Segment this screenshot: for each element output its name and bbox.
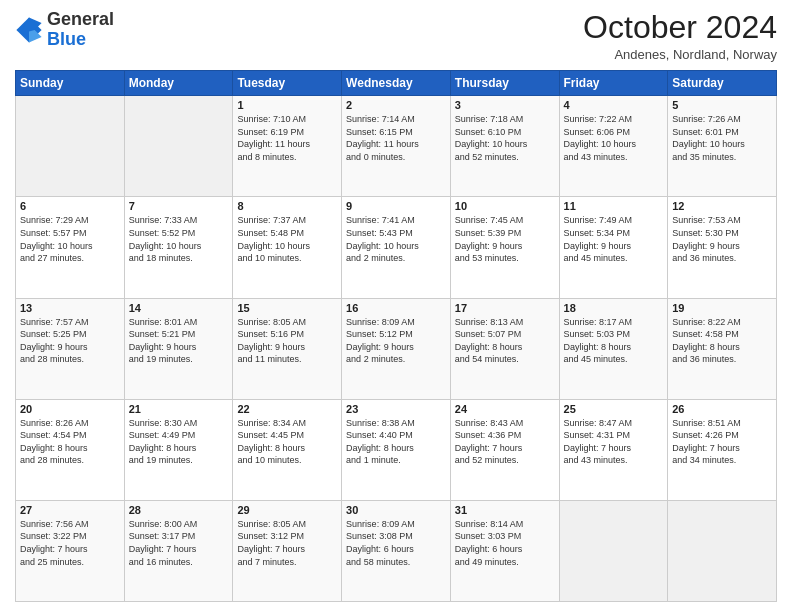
day-number: 26 — [672, 403, 772, 415]
calendar-cell: 13Sunrise: 7:57 AM Sunset: 5:25 PM Dayli… — [16, 298, 125, 399]
calendar-cell: 7Sunrise: 7:33 AM Sunset: 5:52 PM Daylig… — [124, 197, 233, 298]
calendar-week-3: 20Sunrise: 8:26 AM Sunset: 4:54 PM Dayli… — [16, 399, 777, 500]
calendar-cell: 30Sunrise: 8:09 AM Sunset: 3:08 PM Dayli… — [342, 500, 451, 601]
day-number: 3 — [455, 99, 555, 111]
day-number: 9 — [346, 200, 446, 212]
day-info: Sunrise: 8:05 AM Sunset: 5:16 PM Dayligh… — [237, 316, 337, 366]
calendar-cell: 4Sunrise: 7:22 AM Sunset: 6:06 PM Daylig… — [559, 96, 668, 197]
day-info: Sunrise: 7:57 AM Sunset: 5:25 PM Dayligh… — [20, 316, 120, 366]
calendar-cell: 28Sunrise: 8:00 AM Sunset: 3:17 PM Dayli… — [124, 500, 233, 601]
calendar-cell: 11Sunrise: 7:49 AM Sunset: 5:34 PM Dayli… — [559, 197, 668, 298]
calendar-cell: 25Sunrise: 8:47 AM Sunset: 4:31 PM Dayli… — [559, 399, 668, 500]
header-wednesday: Wednesday — [342, 71, 451, 96]
day-number: 2 — [346, 99, 446, 111]
calendar-cell: 5Sunrise: 7:26 AM Sunset: 6:01 PM Daylig… — [668, 96, 777, 197]
day-info: Sunrise: 8:14 AM Sunset: 3:03 PM Dayligh… — [455, 518, 555, 568]
header-friday: Friday — [559, 71, 668, 96]
month-title: October 2024 — [583, 10, 777, 45]
calendar-cell: 12Sunrise: 7:53 AM Sunset: 5:30 PM Dayli… — [668, 197, 777, 298]
calendar-cell: 10Sunrise: 7:45 AM Sunset: 5:39 PM Dayli… — [450, 197, 559, 298]
calendar-week-1: 6Sunrise: 7:29 AM Sunset: 5:57 PM Daylig… — [16, 197, 777, 298]
day-info: Sunrise: 7:41 AM Sunset: 5:43 PM Dayligh… — [346, 214, 446, 264]
day-number: 23 — [346, 403, 446, 415]
day-number: 19 — [672, 302, 772, 314]
day-info: Sunrise: 7:14 AM Sunset: 6:15 PM Dayligh… — [346, 113, 446, 163]
day-info: Sunrise: 7:18 AM Sunset: 6:10 PM Dayligh… — [455, 113, 555, 163]
calendar-cell: 3Sunrise: 7:18 AM Sunset: 6:10 PM Daylig… — [450, 96, 559, 197]
calendar-cell: 18Sunrise: 8:17 AM Sunset: 5:03 PM Dayli… — [559, 298, 668, 399]
day-info: Sunrise: 7:22 AM Sunset: 6:06 PM Dayligh… — [564, 113, 664, 163]
day-number: 29 — [237, 504, 337, 516]
day-info: Sunrise: 8:22 AM Sunset: 4:58 PM Dayligh… — [672, 316, 772, 366]
calendar-cell: 2Sunrise: 7:14 AM Sunset: 6:15 PM Daylig… — [342, 96, 451, 197]
day-info: Sunrise: 8:38 AM Sunset: 4:40 PM Dayligh… — [346, 417, 446, 467]
day-number: 17 — [455, 302, 555, 314]
calendar-cell: 6Sunrise: 7:29 AM Sunset: 5:57 PM Daylig… — [16, 197, 125, 298]
day-info: Sunrise: 8:13 AM Sunset: 5:07 PM Dayligh… — [455, 316, 555, 366]
calendar-cell: 9Sunrise: 7:41 AM Sunset: 5:43 PM Daylig… — [342, 197, 451, 298]
calendar-week-2: 13Sunrise: 7:57 AM Sunset: 5:25 PM Dayli… — [16, 298, 777, 399]
day-header-row: Sunday Monday Tuesday Wednesday Thursday… — [16, 71, 777, 96]
day-number: 16 — [346, 302, 446, 314]
day-info: Sunrise: 8:00 AM Sunset: 3:17 PM Dayligh… — [129, 518, 229, 568]
location-subtitle: Andenes, Nordland, Norway — [583, 47, 777, 62]
calendar-cell: 20Sunrise: 8:26 AM Sunset: 4:54 PM Dayli… — [16, 399, 125, 500]
calendar-cell — [16, 96, 125, 197]
calendar-cell: 21Sunrise: 8:30 AM Sunset: 4:49 PM Dayli… — [124, 399, 233, 500]
calendar-cell: 1Sunrise: 7:10 AM Sunset: 6:19 PM Daylig… — [233, 96, 342, 197]
calendar-cell — [668, 500, 777, 601]
logo-icon — [15, 16, 43, 44]
day-number: 1 — [237, 99, 337, 111]
logo: General Blue — [15, 10, 114, 50]
day-number: 6 — [20, 200, 120, 212]
day-number: 12 — [672, 200, 772, 212]
day-info: Sunrise: 8:51 AM Sunset: 4:26 PM Dayligh… — [672, 417, 772, 467]
day-number: 18 — [564, 302, 664, 314]
day-info: Sunrise: 8:05 AM Sunset: 3:12 PM Dayligh… — [237, 518, 337, 568]
calendar-cell: 14Sunrise: 8:01 AM Sunset: 5:21 PM Dayli… — [124, 298, 233, 399]
calendar-cell: 24Sunrise: 8:43 AM Sunset: 4:36 PM Dayli… — [450, 399, 559, 500]
day-info: Sunrise: 7:29 AM Sunset: 5:57 PM Dayligh… — [20, 214, 120, 264]
logo-general: General — [47, 9, 114, 29]
logo-blue: Blue — [47, 29, 86, 49]
header-monday: Monday — [124, 71, 233, 96]
day-number: 4 — [564, 99, 664, 111]
day-number: 7 — [129, 200, 229, 212]
day-number: 13 — [20, 302, 120, 314]
calendar-cell: 27Sunrise: 7:56 AM Sunset: 3:22 PM Dayli… — [16, 500, 125, 601]
day-info: Sunrise: 7:10 AM Sunset: 6:19 PM Dayligh… — [237, 113, 337, 163]
header: General Blue October 2024 Andenes, Nordl… — [15, 10, 777, 62]
day-info: Sunrise: 7:26 AM Sunset: 6:01 PM Dayligh… — [672, 113, 772, 163]
calendar-cell: 16Sunrise: 8:09 AM Sunset: 5:12 PM Dayli… — [342, 298, 451, 399]
day-number: 10 — [455, 200, 555, 212]
calendar-week-0: 1Sunrise: 7:10 AM Sunset: 6:19 PM Daylig… — [16, 96, 777, 197]
calendar-cell: 31Sunrise: 8:14 AM Sunset: 3:03 PM Dayli… — [450, 500, 559, 601]
day-number: 8 — [237, 200, 337, 212]
day-number: 31 — [455, 504, 555, 516]
calendar-table: Sunday Monday Tuesday Wednesday Thursday… — [15, 70, 777, 602]
header-saturday: Saturday — [668, 71, 777, 96]
day-number: 15 — [237, 302, 337, 314]
day-number: 25 — [564, 403, 664, 415]
day-number: 14 — [129, 302, 229, 314]
day-info: Sunrise: 7:49 AM Sunset: 5:34 PM Dayligh… — [564, 214, 664, 264]
day-info: Sunrise: 8:17 AM Sunset: 5:03 PM Dayligh… — [564, 316, 664, 366]
page: General Blue October 2024 Andenes, Nordl… — [0, 0, 792, 612]
calendar-cell: 19Sunrise: 8:22 AM Sunset: 4:58 PM Dayli… — [668, 298, 777, 399]
day-info: Sunrise: 7:45 AM Sunset: 5:39 PM Dayligh… — [455, 214, 555, 264]
day-info: Sunrise: 7:53 AM Sunset: 5:30 PM Dayligh… — [672, 214, 772, 264]
calendar-cell: 26Sunrise: 8:51 AM Sunset: 4:26 PM Dayli… — [668, 399, 777, 500]
logo-text: General Blue — [47, 10, 114, 50]
calendar-week-4: 27Sunrise: 7:56 AM Sunset: 3:22 PM Dayli… — [16, 500, 777, 601]
calendar-cell: 22Sunrise: 8:34 AM Sunset: 4:45 PM Dayli… — [233, 399, 342, 500]
day-info: Sunrise: 8:26 AM Sunset: 4:54 PM Dayligh… — [20, 417, 120, 467]
title-block: October 2024 Andenes, Nordland, Norway — [583, 10, 777, 62]
day-info: Sunrise: 7:33 AM Sunset: 5:52 PM Dayligh… — [129, 214, 229, 264]
day-number: 21 — [129, 403, 229, 415]
day-info: Sunrise: 8:34 AM Sunset: 4:45 PM Dayligh… — [237, 417, 337, 467]
header-tuesday: Tuesday — [233, 71, 342, 96]
day-number: 11 — [564, 200, 664, 212]
day-info: Sunrise: 7:37 AM Sunset: 5:48 PM Dayligh… — [237, 214, 337, 264]
day-info: Sunrise: 8:01 AM Sunset: 5:21 PM Dayligh… — [129, 316, 229, 366]
header-sunday: Sunday — [16, 71, 125, 96]
